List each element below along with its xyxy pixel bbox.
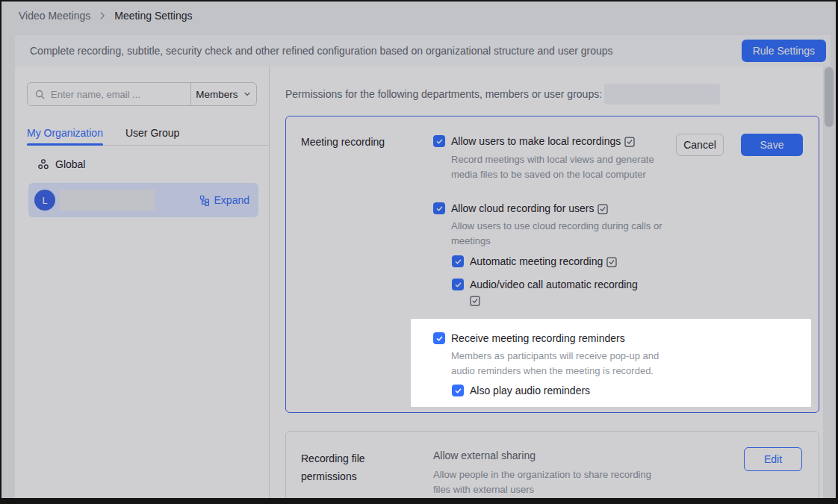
expand-label: Expand [214, 194, 249, 206]
option-cloud-recording: Allow cloud recording for users [433, 202, 608, 215]
search-filter-dropdown[interactable]: Members [190, 83, 256, 105]
option-label: Allow users to make local recordings [451, 135, 621, 148]
option-recording-reminders: Receive meeting recording reminders [433, 332, 625, 345]
redacted-permission-target [604, 84, 720, 105]
option-label: Also play audio reminders [470, 385, 590, 397]
member-search-control: Members [27, 82, 257, 106]
settings-main-panel: Permissions for the following department… [270, 66, 823, 498]
edit-button[interactable]: Edit [744, 447, 802, 471]
info-banner: Complete recording, subtitle, security c… [15, 35, 831, 66]
sidebar-item-global[interactable]: Global [15, 154, 269, 175]
option-audio-reminders: Also play audio reminders [452, 385, 590, 397]
chevron-down-icon [243, 90, 252, 99]
checkbox-audio-video-call-recording[interactable] [452, 279, 464, 290]
admin-console-page: Video Meetings Meeting Settings Complete… [1, 1, 836, 498]
expand-org-link[interactable]: Expand [199, 183, 249, 217]
option-local-recordings: Allow users to make local recordings [433, 135, 635, 148]
checkbox-audio-reminders[interactable] [452, 385, 464, 396]
breadcrumb: Video Meetings Meeting Settings [1, 1, 836, 30]
checkbox-local-recordings[interactable] [433, 135, 445, 147]
external-sharing-desc: Allow people in the organization to shar… [433, 467, 671, 497]
permissions-header-text: Permissions for the following department… [285, 88, 602, 100]
banner-text: Complete recording, subtitle, security c… [15, 45, 613, 57]
global-label: Global [55, 158, 85, 170]
meeting-recording-card: Meeting recording Allow users to make lo… [285, 116, 819, 413]
option-label: Audio/video call automatic recording [470, 279, 638, 291]
tab-label: User Group [125, 127, 179, 139]
option-audio-video-call-recording: Audio/video call automatic recording [452, 279, 638, 306]
highlighted-option-card: Receive meeting recording reminders Memb… [411, 319, 811, 407]
tab-my-organization[interactable]: My Organization [27, 120, 103, 145]
checkbox-cloud-recording[interactable] [433, 202, 445, 214]
search-icon [34, 89, 46, 100]
scrollbar-track [823, 66, 836, 498]
sync-to-sub-icon [606, 257, 617, 267]
section-label-meeting-recording: Meeting recording [301, 136, 385, 148]
tab-user-group[interactable]: User Group [125, 120, 179, 145]
tab-label: My Organization [27, 127, 103, 139]
option-desc: Allow users to use cloud recording durin… [451, 219, 684, 249]
option-desc: Record meetings with local views and gen… [451, 152, 666, 182]
search-field-wrap [28, 89, 190, 100]
section-label-recording-file: Recording file permissions [301, 449, 391, 485]
option-automatic-meeting-recording: Automatic meeting recording [452, 255, 617, 268]
checkbox-automatic-meeting-recording[interactable] [452, 255, 464, 267]
sync-to-sub-icon [624, 137, 635, 147]
global-org-icon [37, 158, 49, 170]
org-sidebar: Members My Organization User Group Globa… [15, 66, 270, 498]
member-avatar: L [34, 190, 55, 211]
checkbox-recording-reminders[interactable] [433, 332, 445, 344]
redacted-member-name [60, 190, 155, 211]
option-label: Automatic meeting recording [470, 255, 603, 268]
chevron-right-icon [97, 10, 108, 21]
breadcrumb-parent[interactable]: Video Meetings [19, 10, 90, 22]
recording-file-card: Recording file permissions Allow externa… [285, 431, 819, 498]
permissions-header: Permissions for the following department… [285, 84, 720, 105]
search-filter-label: Members [196, 89, 238, 100]
rule-settings-button[interactable]: Rule Settings [742, 40, 826, 62]
search-input[interactable] [51, 89, 190, 100]
app-window: Video Meetings Meeting Settings Complete… [0, 0, 838, 504]
org-tree-icon [199, 195, 211, 206]
option-desc: Members as participants will receive pop… [451, 349, 675, 379]
sync-to-sub-icon [598, 204, 608, 214]
sync-to-sub-icon [470, 296, 638, 306]
option-label: Receive meeting recording reminders [451, 332, 625, 345]
external-sharing-title: Allow external sharing [433, 449, 536, 461]
save-button[interactable]: Save [741, 134, 803, 156]
scrollbar-thumb[interactable] [825, 67, 834, 127]
sidebar-tabs: My Organization User Group [27, 120, 269, 146]
cancel-button[interactable]: Cancel [676, 134, 724, 156]
breadcrumb-current: Meeting Settings [114, 10, 192, 22]
option-label: Allow cloud recording for users [451, 202, 594, 215]
selected-member-row[interactable]: L Expand [28, 183, 258, 217]
